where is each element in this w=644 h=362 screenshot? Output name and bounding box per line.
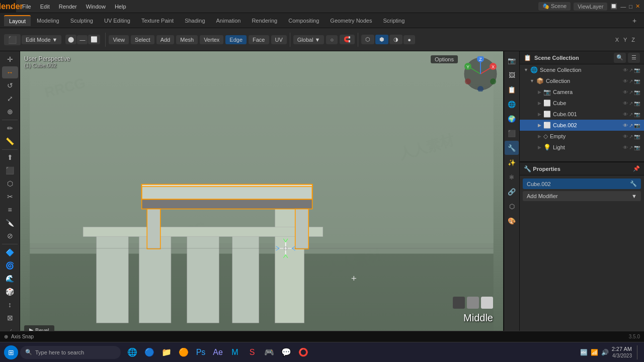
spin-tool[interactable]: 🌀	[2, 259, 18, 272]
knife-tool[interactable]: 🔪	[2, 217, 18, 229]
loop-cut-tool[interactable]: ✂	[2, 191, 18, 203]
mode-selector[interactable]: Edit Mode ▼	[22, 35, 61, 44]
taskbar-show-desktop[interactable]	[637, 345, 640, 359]
tab-texture-paint[interactable]: Texture Paint	[136, 16, 179, 26]
tree-cube[interactable]: ▶ ⬜ Cube 👁 ↗ 📷	[520, 98, 644, 109]
taskbar-explorer-icon[interactable]: 📁	[159, 345, 174, 360]
window-close[interactable]: ✕	[635, 3, 640, 10]
cursor-tool[interactable]: ✛	[2, 53, 18, 65]
eye-icon[interactable]: 👁	[623, 67, 628, 73]
tree-light[interactable]: ▶ 💡 Light 👁 ↗ 📷	[520, 142, 644, 153]
scale-tool[interactable]: ⤢	[2, 93, 18, 105]
view-menu[interactable]: View	[109, 35, 129, 44]
taskbar-ae-icon[interactable]: Ae	[210, 345, 225, 360]
cube001-cursor-icon[interactable]: ↗	[629, 112, 633, 117]
scene-selector[interactable]: 🎭 Scene	[538, 2, 571, 11]
navigation-gizmo[interactable]: X Y Z	[463, 56, 498, 92]
taskbar-search[interactable]: 🔍 Type here to search	[20, 346, 121, 359]
output-properties-icon[interactable]: 🖼	[505, 68, 519, 82]
empty-cursor-icon[interactable]: ↗	[629, 134, 633, 139]
smooth-tool[interactable]: 🌊	[2, 273, 18, 285]
taskbar-substance-icon[interactable]: S	[245, 345, 260, 360]
cube002-cursor-icon[interactable]: ↗	[629, 123, 633, 128]
snap-btn[interactable]: 🧲	[340, 35, 355, 44]
tree-scene-collection[interactable]: ▼ 🌐 Scene Collection 👁 ↗ 📷	[520, 64, 644, 75]
taskbar-chrome-icon[interactable]: 🔵	[142, 345, 157, 360]
extrude-tool[interactable]: ⬆	[2, 151, 18, 163]
window-maximize[interactable]: □	[629, 4, 632, 10]
rendered-btn[interactable]: ●	[404, 35, 415, 44]
tree-empty[interactable]: ▶ ◇ Empty 👁 ↗ 📷	[520, 131, 644, 142]
cube-render-icon[interactable]: 📷	[634, 101, 640, 106]
taskbar-obs-icon[interactable]: ⭕	[296, 345, 311, 360]
solid-btn[interactable]: ⬢	[375, 35, 388, 44]
measure-tool[interactable]: 📏	[2, 135, 18, 147]
options-button[interactable]: Options	[431, 55, 458, 63]
light-cursor-icon[interactable]: ↗	[629, 145, 633, 150]
screen-controls[interactable]: 🔲	[610, 3, 617, 10]
proportional-btn[interactable]: ○	[326, 35, 338, 44]
annotate-tool[interactable]: ✏	[2, 122, 18, 134]
constraints-icon[interactable]: 🔗	[505, 185, 519, 199]
col-render-icon[interactable]: 📷	[634, 78, 640, 84]
menu-edit[interactable]: Edit	[36, 3, 54, 11]
inset-tool[interactable]: ⬛	[2, 164, 18, 176]
material-icon[interactable]: 🎨	[505, 214, 519, 228]
tab-scripting[interactable]: Scripting	[378, 16, 410, 26]
bevel-tool[interactable]: ⬡	[2, 177, 18, 190]
render-icon[interactable]: 📷	[634, 67, 640, 73]
vertex-mode-btn[interactable]: ⬤	[65, 35, 76, 44]
tab-sculpting[interactable]: Sculpting	[65, 16, 98, 26]
taskbar-photoshop-icon[interactable]: Ps	[193, 345, 208, 360]
cam-render-icon[interactable]: 📷	[634, 89, 640, 95]
edge-menu[interactable]: Edge	[225, 35, 247, 44]
empty-eye-icon[interactable]: 👁	[623, 134, 628, 139]
cube001-render-icon[interactable]: 📷	[634, 112, 640, 117]
offset-edge-tool[interactable]: ≡	[2, 204, 18, 216]
scene-properties-icon[interactable]: 🌐	[505, 97, 519, 111]
empty-render-icon[interactable]: 📷	[634, 134, 640, 139]
cube001-eye-icon[interactable]: 👁	[623, 112, 628, 117]
modifier-properties-icon[interactable]: 🔧	[505, 141, 519, 155]
taskbar-blender-icon[interactable]: 🟠	[176, 345, 191, 360]
tab-layout[interactable]: Layout	[4, 15, 31, 26]
properties-pin-icon[interactable]: 📌	[633, 165, 640, 172]
col-eye-icon[interactable]: 👁	[623, 78, 628, 84]
taskbar-edge-icon[interactable]: 🌐	[125, 345, 140, 360]
randomize-tool[interactable]: 🎲	[2, 286, 18, 298]
menu-window[interactable]: Window	[82, 3, 110, 11]
tab-geometry-nodes[interactable]: Geometry Nodes	[325, 16, 377, 26]
tab-uv-editing[interactable]: UV Editing	[99, 16, 135, 26]
material-preview-btn[interactable]: ◑	[389, 35, 403, 44]
face-menu[interactable]: Face	[249, 35, 269, 44]
edge-slide-tool[interactable]: ↕	[2, 299, 18, 311]
taskbar-maya-icon[interactable]: M	[227, 345, 243, 360]
menu-help[interactable]: Help	[111, 3, 130, 11]
transform-selector[interactable]: Global ▼	[293, 35, 325, 44]
taskbar-time[interactable]: 2:27 AM 4/3/2023	[612, 345, 632, 359]
menu-render[interactable]: Render	[55, 3, 81, 11]
viewport-3d[interactable]: RRCG 人人素材 RRCG 人人素材	[20, 51, 503, 339]
menu-file[interactable]: File	[18, 3, 35, 11]
wireframe-btn[interactable]: ⬡	[361, 35, 374, 44]
tab-rendering[interactable]: Rendering	[247, 16, 282, 26]
taskbar-steam-icon[interactable]: 🎮	[262, 345, 277, 360]
active-object-display[interactable]: Cube.002 🔧	[523, 178, 641, 189]
object-properties-icon[interactable]: ⬛	[505, 126, 519, 140]
transform-tool[interactable]: ⊕	[2, 106, 18, 118]
add-menu[interactable]: Add	[156, 35, 175, 44]
world-properties-icon[interactable]: 🌍	[505, 112, 519, 126]
particles-icon[interactable]: ✨	[505, 155, 519, 169]
light-eye-icon[interactable]: 👁	[623, 145, 628, 150]
start-button[interactable]: ⊞	[4, 345, 18, 359]
cube002-render-icon[interactable]: 📷	[634, 123, 640, 128]
physics-icon[interactable]: ⚛	[505, 170, 519, 184]
cursor-icon[interactable]: ↗	[629, 67, 633, 73]
vertex-menu[interactable]: Vertex	[200, 35, 223, 44]
tab-shading[interactable]: Shading	[180, 16, 210, 26]
tree-cube001[interactable]: ▶ ⬜ Cube.001 👁 ↗ 📷	[520, 109, 644, 120]
cube-cursor-icon[interactable]: ↗	[629, 101, 633, 106]
tab-modeling[interactable]: Modeling	[32, 16, 64, 26]
select-menu[interactable]: Select	[131, 35, 154, 44]
object-data-icon[interactable]: ⬡	[505, 199, 519, 213]
